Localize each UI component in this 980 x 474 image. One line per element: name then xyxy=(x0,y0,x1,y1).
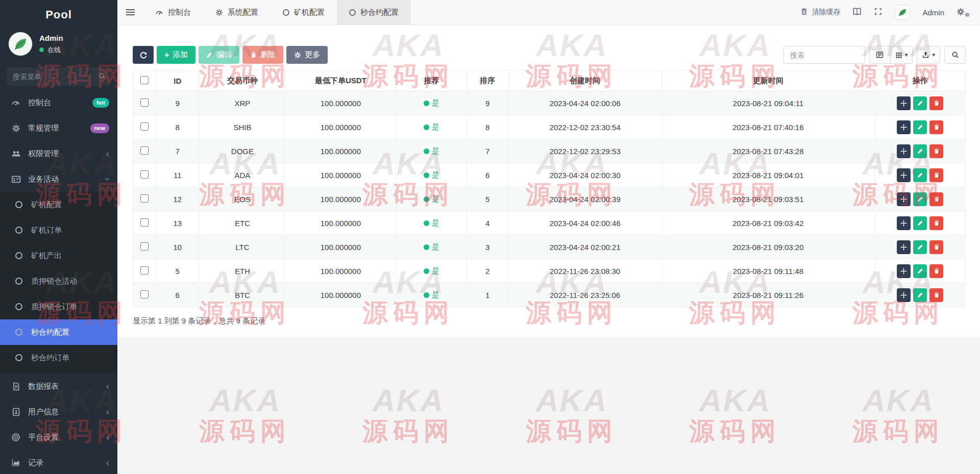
row-checkbox[interactable] xyxy=(140,194,149,203)
move-button[interactable] xyxy=(897,96,911,110)
row-checkbox[interactable] xyxy=(140,242,149,251)
fullscreen-icon xyxy=(874,7,883,17)
edit-row-button[interactable] xyxy=(913,120,927,134)
delete-button[interactable]: 删除 xyxy=(242,46,283,64)
green-dot-icon xyxy=(424,292,429,298)
green-dot-icon xyxy=(424,172,429,178)
delete-row-button[interactable] xyxy=(929,168,943,182)
delete-row-button[interactable] xyxy=(929,144,943,158)
search-toggle-button[interactable] xyxy=(944,46,966,64)
sidebar-item-general-management[interactable]: 常规管理 new xyxy=(0,115,117,141)
move-button[interactable] xyxy=(897,216,911,230)
pencil-icon xyxy=(917,268,923,274)
delete-row-button[interactable] xyxy=(929,288,943,302)
delete-row-button[interactable] xyxy=(929,240,943,254)
new-badge: new xyxy=(90,123,109,133)
delete-row-button[interactable] xyxy=(929,264,943,278)
edit-row-button[interactable] xyxy=(913,216,927,230)
green-dot-icon xyxy=(424,101,429,106)
select-all-checkbox[interactable] xyxy=(140,76,149,84)
sidebar-item-data-reports[interactable]: 数据报表 ‹ xyxy=(0,373,117,399)
edit-row-button[interactable] xyxy=(913,96,927,110)
edit-row-button[interactable] xyxy=(913,264,927,278)
tab-system-config[interactable]: 系统配置 xyxy=(203,0,271,24)
delete-row-button[interactable] xyxy=(929,120,943,134)
row-checkbox[interactable] xyxy=(140,146,149,155)
row-checkbox[interactable] xyxy=(140,266,149,275)
language-button[interactable] xyxy=(852,7,862,18)
row-checkbox[interactable] xyxy=(140,290,149,298)
sidebar-item-user-info[interactable]: 用户信息 ‹ xyxy=(0,399,117,425)
delete-row-button[interactable] xyxy=(929,96,943,110)
tab-second-contract-config[interactable]: 秒合约配置 xyxy=(337,0,411,24)
row-checkbox[interactable] xyxy=(140,98,149,107)
sidebar-item-miner-output[interactable]: 矿机产出 xyxy=(0,243,117,268)
fullscreen-button[interactable] xyxy=(874,7,883,17)
move-button[interactable] xyxy=(897,192,911,206)
cell-coin: LTC xyxy=(200,235,285,259)
move-icon xyxy=(900,244,907,251)
columns-button[interactable]: ▾ xyxy=(891,46,913,64)
more-button[interactable]: 更多 xyxy=(286,46,328,64)
clear-cache-button[interactable]: 清除缓存 xyxy=(800,8,840,17)
sidebar-item-records[interactable]: 记录 ‹ xyxy=(0,450,117,474)
sidebar-item-staking-orders[interactable]: 质押锁仓订单 xyxy=(0,294,117,319)
move-icon xyxy=(900,100,907,107)
cogs-icon xyxy=(10,124,21,133)
tab-miner-config[interactable]: 矿机配置 xyxy=(271,0,337,24)
move-button[interactable] xyxy=(897,144,911,158)
toggle-view-button[interactable] xyxy=(869,46,891,64)
sidebar-item-dashboard[interactable]: 控制台 hot xyxy=(0,90,117,115)
move-button[interactable] xyxy=(897,264,911,278)
cell-id: 7 xyxy=(156,139,200,163)
settings-button[interactable] xyxy=(957,7,969,18)
move-icon xyxy=(900,292,907,298)
circle-icon xyxy=(13,252,24,259)
move-button[interactable] xyxy=(897,168,911,182)
sidebar-toggle-button[interactable] xyxy=(117,0,143,24)
row-checkbox[interactable] xyxy=(140,122,149,131)
edit-row-button[interactable] xyxy=(913,288,927,302)
table-row: 11 ADA 100.000000 是 6 2023-04-24 02:00:3… xyxy=(133,163,966,187)
row-checkbox[interactable] xyxy=(140,170,149,179)
columns-icon xyxy=(895,52,902,59)
sidebar-item-staking-activity[interactable]: 质押锁仓活动 xyxy=(0,268,117,294)
edit-button[interactable]: 编辑 xyxy=(199,46,239,64)
chevron-left-icon: ‹ xyxy=(106,433,109,442)
trash-icon xyxy=(800,8,808,17)
move-button[interactable] xyxy=(897,240,911,254)
move-button[interactable] xyxy=(897,120,911,134)
move-button[interactable] xyxy=(897,288,911,302)
sidebar-item-platform-settings[interactable]: 平台设置 ‹ xyxy=(0,425,117,450)
sidebar-item-second-contract-config[interactable]: 秒合约配置 xyxy=(0,319,117,345)
export-icon xyxy=(922,51,929,59)
cell-created: 2022-12-02 23:30:54 xyxy=(508,115,662,139)
sidebar-item-second-contract-orders[interactable]: 秒合约订单 xyxy=(0,345,117,370)
edit-row-button[interactable] xyxy=(913,144,927,158)
sidebar-item-miner-orders[interactable]: 矿机订单 xyxy=(0,217,117,243)
green-dot-icon xyxy=(424,268,429,274)
refresh-button[interactable] xyxy=(133,46,154,64)
menu-search-input[interactable] xyxy=(7,67,111,86)
edit-row-button[interactable] xyxy=(913,168,927,182)
edit-row-button[interactable] xyxy=(913,192,927,206)
delete-row-button[interactable] xyxy=(929,216,943,230)
sidebar-item-business-activity[interactable]: 业务活动 › xyxy=(0,166,117,192)
export-button[interactable]: ▾ xyxy=(917,46,940,64)
sidebar-item-miner-config[interactable]: 矿机配置 xyxy=(0,192,117,217)
cell-min: 100.000000 xyxy=(285,187,396,211)
chevron-left-icon: ‹ xyxy=(106,407,109,416)
sidebar-item-permission-management[interactable]: 权限管理 ‹ xyxy=(0,141,117,166)
cell-min: 100.000000 xyxy=(285,163,396,187)
add-button[interactable]: + 添加 xyxy=(157,46,195,64)
cell-created: 2023-04-24 02:00:21 xyxy=(508,235,662,259)
topnav-username: Admin xyxy=(922,8,944,17)
row-checkbox[interactable] xyxy=(140,218,149,227)
edit-row-button[interactable] xyxy=(913,240,927,254)
pencil-icon xyxy=(917,220,923,226)
avatar[interactable] xyxy=(895,5,910,20)
tab-dashboard[interactable]: 控制台 xyxy=(143,0,203,24)
id-card-icon xyxy=(10,174,21,184)
table-search-input[interactable] xyxy=(783,46,865,64)
delete-row-button[interactable] xyxy=(929,192,943,206)
